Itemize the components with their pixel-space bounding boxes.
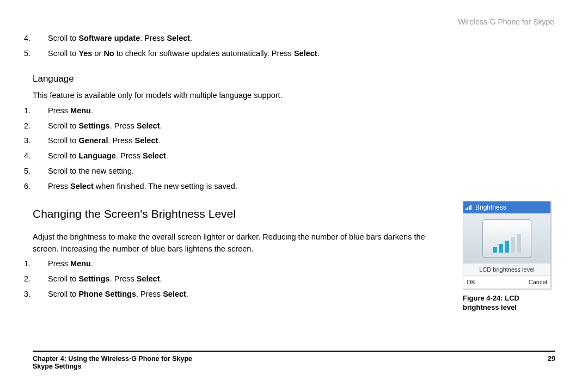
svg-rect-1 xyxy=(467,207,468,210)
phone-screenshot: Brightness LCD brightness level OK xyxy=(463,201,551,289)
list-item: 1.Press Menu. xyxy=(48,105,555,117)
brightness-intro: Adjust the brightness to make the overal… xyxy=(33,231,446,255)
page-footer: Chapter 4: Using the Wireless-G Phone fo… xyxy=(33,351,555,370)
signal-icon xyxy=(465,205,473,210)
instruction-list-brightness: 1.Press Menu. 2.Scroll to Settings. Pres… xyxy=(33,258,446,300)
list-item: 2.Scroll to Settings. Press Select. xyxy=(48,120,555,132)
footer-sub: Skype Settings xyxy=(33,363,192,370)
header-product-name: Wireless-G Phone for Skype xyxy=(458,17,554,26)
list-item: 5.Scroll to Yes or No to check for softw… xyxy=(48,48,555,60)
softkey-ok: OK xyxy=(467,278,475,287)
page-number: 29 xyxy=(548,355,555,370)
list-item: 1.Press Menu. xyxy=(48,258,446,270)
brightness-bars-icon xyxy=(482,219,531,258)
phone-topbar-title: Brightness xyxy=(475,203,506,212)
list-item: 4.Scroll to Software update. Press Selec… xyxy=(48,33,555,45)
list-item: 5.Scroll to the new setting. xyxy=(48,166,555,177)
instruction-list-software-update: 4.Scroll to Software update. Press Selec… xyxy=(33,33,555,60)
list-item: 3.Scroll to Phone Settings. Press Select… xyxy=(48,289,446,301)
list-item: 3.Scroll to General. Press Select. xyxy=(48,135,555,147)
svg-rect-2 xyxy=(469,206,470,210)
footer-chapter: Chapter 4: Using the Wireless-G Phone fo… xyxy=(33,355,192,363)
phone-screen-label: LCD brightness level xyxy=(463,263,550,276)
svg-rect-3 xyxy=(470,205,471,210)
softkey-cancel: Cancel xyxy=(529,278,547,287)
list-item: 2.Scroll to Settings. Press Select. xyxy=(48,273,446,285)
heading-language: Language xyxy=(33,72,555,86)
figure-lcd-brightness: Brightness LCD brightness level OK xyxy=(463,201,555,312)
instruction-list-language: 1.Press Menu. 2.Scroll to Settings. Pres… xyxy=(33,105,555,193)
svg-rect-0 xyxy=(465,209,467,210)
figure-caption-line2: brightness level xyxy=(463,303,517,311)
list-item: 6.Press Select when finished. The new se… xyxy=(48,181,555,193)
figure-caption-line1: Figure 4-24: LCD xyxy=(463,294,519,302)
language-intro: This feature is available only for model… xyxy=(33,90,555,102)
list-item: 4.Scroll to Language. Press Select. xyxy=(48,150,555,162)
